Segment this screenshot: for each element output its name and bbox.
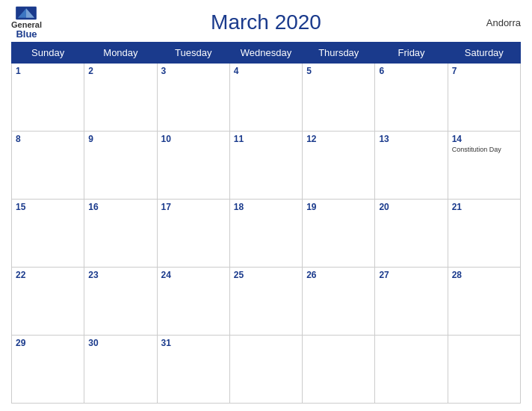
calendar-cell: 26 [303, 268, 375, 336]
day-number: 7 [452, 66, 516, 76]
day-number: 28 [452, 270, 516, 280]
calendar-cell: 28 [448, 268, 520, 336]
day-number: 29 [16, 338, 80, 348]
day-number: 8 [16, 134, 80, 144]
day-number: 26 [306, 270, 371, 280]
calendar-cell: 20 [375, 200, 448, 268]
day-number: 31 [161, 338, 226, 348]
day-number: 2 [88, 66, 152, 76]
calendar-cell: 25 [229, 268, 302, 336]
calendar-week-row: 293031 [12, 336, 521, 404]
calendar-table: SundayMondayTuesdayWednesdayThursdayFrid… [11, 42, 521, 404]
day-number: 15 [16, 202, 80, 212]
weekday-header-tuesday: Tuesday [157, 43, 229, 64]
calendar-cell: 10 [157, 132, 229, 200]
calendar-cell: 3 [157, 64, 229, 132]
day-number: 1 [16, 66, 80, 76]
calendar-cell: 6 [375, 64, 448, 132]
calendar-cell: 30 [84, 336, 157, 404]
day-number: 16 [88, 202, 152, 212]
calendar-cell: 13 [375, 132, 448, 200]
day-number: 20 [379, 202, 443, 212]
day-number: 22 [16, 270, 80, 280]
day-number: 14 [452, 134, 516, 144]
calendar-cell [229, 336, 302, 404]
calendar-cell: 29 [12, 336, 84, 404]
weekday-header-monday: Monday [84, 43, 157, 64]
calendar-cell: 2 [84, 64, 157, 132]
calendar-cell: 19 [303, 200, 375, 268]
day-number: 17 [161, 202, 226, 212]
calendar-cell: 18 [229, 200, 302, 268]
calendar-container: General Blue March 2020 Andorra SundayMo… [0, 0, 532, 411]
calendar-cell [303, 336, 375, 404]
day-number: 6 [379, 66, 443, 76]
calendar-cell: 24 [157, 268, 229, 336]
calendar-cell [375, 336, 448, 404]
weekday-header-wednesday: Wednesday [229, 43, 302, 64]
calendar-week-row: 1234567 [12, 64, 521, 132]
country-label: Andorra [486, 17, 521, 28]
calendar-cell: 1 [12, 64, 84, 132]
day-number: 25 [234, 270, 298, 280]
day-number: 10 [161, 134, 226, 144]
day-number: 4 [234, 66, 298, 76]
weekday-header-thursday: Thursday [303, 43, 375, 64]
calendar-title: March 2020 [211, 10, 321, 34]
day-number: 23 [88, 270, 152, 280]
day-number: 19 [306, 202, 371, 212]
weekday-header-saturday: Saturday [448, 43, 520, 64]
event-label: Constitution Day [452, 146, 516, 154]
calendar-cell: 12 [303, 132, 375, 200]
day-number: 12 [306, 134, 371, 144]
logo-icon [16, 7, 37, 20]
calendar-cell: 7 [448, 64, 520, 132]
calendar-cell: 9 [84, 132, 157, 200]
calendar-cell: 17 [157, 200, 229, 268]
calendar-cell: 22 [12, 268, 84, 336]
calendar-cell: 16 [84, 200, 157, 268]
calendar-cell: 21 [448, 200, 520, 268]
calendar-header: General Blue March 2020 Andorra [11, 7, 521, 37]
calendar-cell: 11 [229, 132, 302, 200]
day-number: 18 [234, 202, 298, 212]
calendar-cell [448, 336, 520, 404]
day-number: 30 [88, 338, 152, 348]
day-number: 5 [306, 66, 371, 76]
calendar-cell: 15 [12, 200, 84, 268]
calendar-cell: 5 [303, 64, 375, 132]
logo: General Blue [11, 7, 42, 39]
calendar-cell: 27 [375, 268, 448, 336]
calendar-cell: 4 [229, 64, 302, 132]
calendar-cell: 8 [12, 132, 84, 200]
day-number: 24 [161, 270, 226, 280]
calendar-week-row: 22232425262728 [12, 268, 521, 336]
day-number: 27 [379, 270, 443, 280]
day-number: 11 [234, 134, 298, 144]
weekday-header-sunday: Sunday [12, 43, 84, 64]
weekday-header-friday: Friday [375, 43, 448, 64]
calendar-week-row: 891011121314Constitution Day [12, 132, 521, 200]
logo-blue-text: Blue [16, 29, 37, 39]
day-number: 9 [88, 134, 152, 144]
calendar-cell: 23 [84, 268, 157, 336]
day-number: 13 [379, 134, 443, 144]
calendar-week-row: 15161718192021 [12, 200, 521, 268]
day-number: 3 [161, 66, 226, 76]
day-number: 21 [452, 202, 516, 212]
weekday-header-row: SundayMondayTuesdayWednesdayThursdayFrid… [12, 43, 521, 64]
calendar-cell: 31 [157, 336, 229, 404]
calendar-cell: 14Constitution Day [448, 132, 520, 200]
